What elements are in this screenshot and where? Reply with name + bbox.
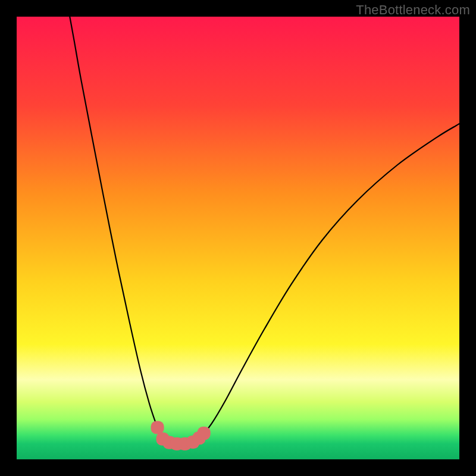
watermark-text: TheBottleneck.com xyxy=(356,2,470,18)
gradient-background xyxy=(17,17,459,459)
highlight-marker xyxy=(151,421,164,434)
chart-plot xyxy=(17,17,459,459)
chart-frame xyxy=(17,17,459,459)
highlight-marker xyxy=(198,427,211,440)
